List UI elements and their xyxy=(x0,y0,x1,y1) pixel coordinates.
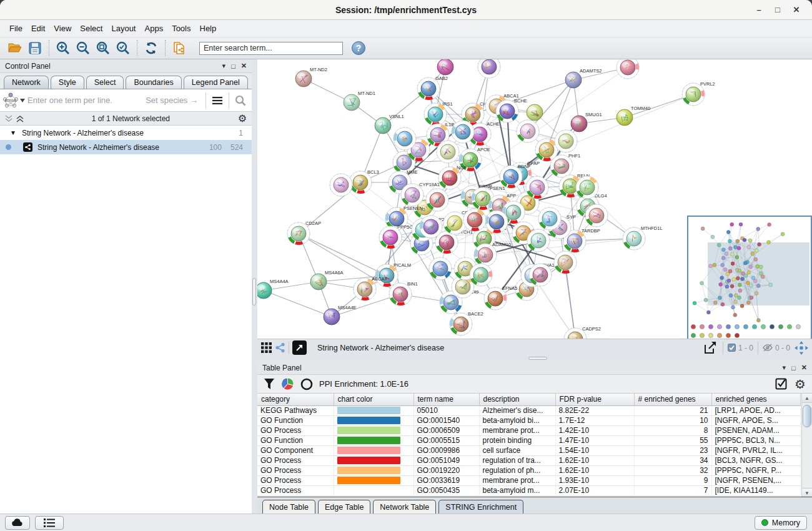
cell[interactable]: 32 xyxy=(634,465,711,475)
cell[interactable]: Alzheimer's dise... xyxy=(479,405,555,415)
table-row[interactable]: GO FunctionGO:0005515protein binding1.47… xyxy=(257,435,800,445)
panel-float-icon[interactable]: □ xyxy=(791,364,796,372)
menu-edit[interactable]: Edit xyxy=(27,22,49,35)
cell[interactable]: 1.47E-10 xyxy=(555,435,634,445)
network-node[interactable] xyxy=(426,189,448,211)
minimize-button[interactable]: – xyxy=(750,5,768,14)
cell[interactable]: [NGFR, APOE, S... xyxy=(711,415,800,425)
network-node[interactable]: CADPS2 xyxy=(564,326,601,339)
cell[interactable]: GO Process xyxy=(257,485,334,495)
tab-edge-table[interactable]: Edge Table xyxy=(318,500,370,514)
horizontal-splitter[interactable] xyxy=(257,356,812,361)
network-node[interactable]: PICALM xyxy=(375,262,411,287)
cell[interactable]: protein binding xyxy=(479,435,555,445)
table-row[interactable]: GO ProcessGO:0019220regulation of ph...1… xyxy=(257,465,800,475)
cell-chart-color[interactable] xyxy=(334,445,413,455)
cell[interactable]: 8.82E-22 xyxy=(555,405,634,415)
menu-file[interactable]: File xyxy=(5,22,27,35)
column-header--enriched-genes[interactable]: # enriched genes xyxy=(634,394,711,405)
scroll-up-arrow[interactable]: ▲ xyxy=(802,394,812,403)
cell[interactable]: beta-amyloid bi... xyxy=(479,415,555,425)
network-node[interactable]: SMUG1 xyxy=(571,112,602,132)
cell[interactable]: 23 xyxy=(634,445,711,455)
cell[interactable]: 1.54E-10 xyxy=(555,445,634,455)
network-node[interactable]: EFNA5 xyxy=(484,285,517,310)
ring-chart-icon[interactable] xyxy=(300,378,313,390)
cell[interactable]: [NGFR, PSENEN,... xyxy=(711,475,800,485)
network-node[interactable] xyxy=(437,141,459,163)
network-collection-row[interactable]: ▼ String Network - Alzheimer's disease 1 xyxy=(0,126,252,140)
network-node[interactable] xyxy=(429,257,452,280)
task-list-button[interactable] xyxy=(35,516,64,530)
cell-chart-color[interactable] xyxy=(334,465,413,475)
collapse-all-icon[interactable] xyxy=(5,115,12,122)
cell[interactable]: [PSENEN, ADAM... xyxy=(711,425,800,435)
cell[interactable]: GO Function xyxy=(257,435,334,445)
cell[interactable]: regulation of tra... xyxy=(479,455,555,465)
cell[interactable]: GO Process xyxy=(257,465,334,475)
panel-close-icon[interactable]: ✕ xyxy=(801,364,807,372)
table-row[interactable]: GO ProcessGO:0051049regulation of tra...… xyxy=(257,455,800,465)
enrichment-table[interactable]: categorychart colorterm namedescriptionF… xyxy=(257,394,801,496)
cell[interactable]: 1.7E-12 xyxy=(555,415,634,425)
cell[interactable]: 55 xyxy=(634,435,711,445)
tab-network-table[interactable]: Network Table xyxy=(373,500,436,514)
cell-chart-color[interactable] xyxy=(334,475,413,485)
cell[interactable]: GO:0019220 xyxy=(413,465,479,475)
table-scrollbar[interactable]: ▲ ▼ xyxy=(801,394,812,497)
cell-chart-color[interactable] xyxy=(334,435,413,445)
network-node[interactable] xyxy=(394,127,416,150)
tab-legend-panel[interactable]: Legend Panel xyxy=(184,76,248,89)
cell[interactable]: 05010 xyxy=(413,405,479,415)
expand-all-icon[interactable] xyxy=(16,115,24,122)
column-header-term-name[interactable]: term name xyxy=(413,394,479,405)
cell-chart-color[interactable] xyxy=(334,485,413,495)
menu-layout[interactable]: Layout xyxy=(107,22,140,35)
network-node[interactable] xyxy=(527,104,543,121)
cell-chart-color[interactable] xyxy=(334,415,413,425)
splitter-grip-h[interactable] xyxy=(528,357,547,360)
cell[interactable]: KEGG Pathways xyxy=(257,405,334,415)
maximize-button[interactable]: □ xyxy=(768,5,787,14)
network-node[interactable]: MS4A4A xyxy=(257,279,289,299)
cell[interactable]: GO:0006509 xyxy=(413,425,479,435)
select-terms-icon[interactable] xyxy=(775,378,787,390)
cloud-button[interactable] xyxy=(5,516,30,530)
export-view-icon[interactable] xyxy=(703,341,718,355)
network-node[interactable] xyxy=(554,251,577,274)
cell[interactable]: GO:0001540 xyxy=(413,415,479,425)
cell[interactable]: 34 xyxy=(634,455,711,465)
menu-select[interactable]: Select xyxy=(76,22,107,35)
tab-style[interactable]: Style xyxy=(51,76,84,89)
network-node[interactable] xyxy=(529,264,552,286)
cell[interactable]: GO Function xyxy=(257,415,334,425)
help-button[interactable]: ? xyxy=(352,41,365,55)
tree-expand-icon[interactable]: ▼ xyxy=(10,129,16,136)
string-options-button[interactable] xyxy=(206,90,229,111)
network-node[interactable]: MT-ND2 xyxy=(295,67,327,87)
column-header-enriched-genes[interactable]: enriched genes xyxy=(711,394,800,405)
zoom-out-button[interactable] xyxy=(73,39,93,57)
network-node[interactable] xyxy=(452,121,474,143)
network-node[interactable]: NGF xyxy=(438,165,467,189)
network-node[interactable]: PVRL2 xyxy=(682,81,715,106)
menu-tools[interactable]: Tools xyxy=(167,22,195,35)
network-node[interactable] xyxy=(585,204,608,227)
table-row[interactable]: GO ProcessGO:0050435beta-amyloid m...2.0… xyxy=(257,485,800,495)
network-node[interactable] xyxy=(538,207,561,230)
cell[interactable]: GO:0009986 xyxy=(413,445,479,455)
column-header-FDR-p-value[interactable]: FDR p-value xyxy=(555,394,634,405)
string-terms-input[interactable] xyxy=(27,96,146,105)
vertical-splitter[interactable] xyxy=(252,59,257,514)
cell[interactable]: [LRP1, APOE, AD... xyxy=(711,405,800,415)
column-header-chart-color[interactable]: chart color xyxy=(334,394,413,405)
column-header-description[interactable]: description xyxy=(479,394,555,405)
table-row[interactable]: GO ComponentGO:0009986cell surface1.54E-… xyxy=(257,445,800,455)
cell[interactable]: GO Process xyxy=(257,455,334,465)
network-node[interactable] xyxy=(470,264,492,286)
pan-compass-icon[interactable] xyxy=(795,341,808,355)
tab-select[interactable]: Select xyxy=(86,76,124,89)
cell[interactable]: 8 xyxy=(634,425,711,435)
share-view-icon[interactable] xyxy=(275,342,285,353)
menu-view[interactable]: View xyxy=(49,22,76,35)
